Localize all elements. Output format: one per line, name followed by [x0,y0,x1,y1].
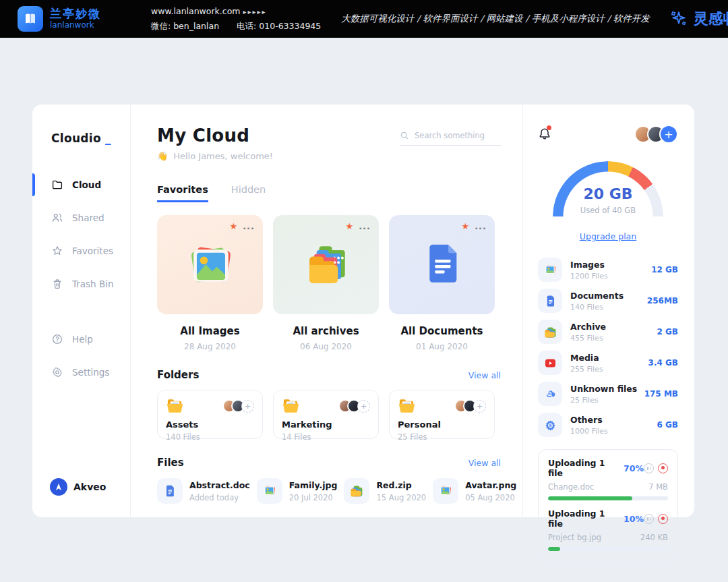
storage-files: 1000 Files [570,427,657,436]
upload-item: Uploading 1 file 70% Change.doc 7 MB [548,458,668,500]
folder-file-count: 25 Files [398,432,486,442]
storage-size: 256MB [647,296,678,305]
card-title: All archives [273,325,379,337]
storage-files: 25 Files [570,396,644,405]
upload-title: Uploading 1 file [548,458,619,478]
folder-file-count: 140 Files [166,432,254,442]
files-view-all-link[interactable]: View all [468,458,501,468]
storage-size: 3.4 GB [648,358,678,368]
search-cloud-icon [538,382,562,406]
pause-upload-icon[interactable] [644,463,654,473]
sidebar-item-favorites[interactable]: Favorites [51,243,130,258]
cancel-upload-icon[interactable] [658,463,668,473]
cancel-upload-icon[interactable] [658,514,668,524]
sidebar-item-trash-bin[interactable]: Trash Bin [51,277,130,291]
image-file-icon [538,258,562,282]
search-icon [400,131,409,140]
file-item-family-jpg[interactable]: Family.jpg 20 Jul 2020 [257,478,338,504]
add-user-button[interactable]: + [659,125,678,144]
trash-icon [51,278,63,290]
star-icon [51,245,63,257]
folders-section-title: Folders [157,369,199,381]
open-folder-icon [398,398,416,414]
folder-card-personal[interactable]: + Personal 25 Files [389,390,495,439]
upload-progress-bar [548,547,668,551]
greeting: 👋 Hello James, welcome! [157,151,273,161]
favorite-star-icon[interactable]: ★ [346,222,354,231]
storage-row-images[interactable]: Images 1200 Files 12 GB [538,254,678,285]
storage-row-archive[interactable]: Archive 455 Files 2 GB [538,316,678,347]
primary-nav: Cloud Shared Favorites Trash Bin [51,177,130,291]
storage-row-others[interactable]: Others 1000 Files 6 GB [538,409,678,440]
sidebar-item-label: Cloud [72,179,101,190]
card-all-archives[interactable]: ★... All archives 06 Aug 2020 [273,215,379,351]
folders-stack-icon [297,236,355,294]
folders-view-all-link[interactable]: View all [468,370,501,380]
storage-gauge: 20 GB Used of 40 GB [553,161,663,218]
document-icon [415,238,469,292]
banner-logo-subtitle: lanlanwork [50,21,101,30]
sidebar-item-settings[interactable]: Settings [51,365,130,380]
pause-upload-icon[interactable] [644,514,654,524]
upload-item: Uploading 1 file 10% Project bg.jpg 240 … [548,508,668,551]
tab-favorites[interactable]: Favorites [157,184,208,202]
file-item-red-zip[interactable]: Red.zip 15 Aug 2020 [344,478,426,504]
sidebar-item-help[interactable]: Help [51,332,130,347]
upload-percent: 70% [624,463,644,473]
open-folder-icon [282,398,300,414]
app-logo-accent: _ [105,132,111,145]
app-logo: Cloudio _ [51,132,130,145]
more-options-icon[interactable]: ... [243,225,255,228]
card-all-images[interactable]: ★... All Images 28 Aug 2020 [157,215,263,351]
storage-panel: + 20 GB Used of 40 GB Upgrade plan Image… [522,105,694,517]
folder-file-count: 14 Files [282,432,370,442]
files-section-title: Files [157,457,184,469]
folder-card-assets[interactable]: + Assets 140 Files [157,390,263,439]
banner-logo-title: 兰亭妙微 [50,7,101,21]
file-name: Avatar.png [465,480,516,490]
banner-brand: 灵感收集 [670,9,728,29]
tab-hidden[interactable]: Hidden [231,184,266,202]
arrows-icon: ▸▸▸▸▸ [243,8,267,16]
akveo-footer[interactable]: Akveo [50,478,106,496]
storage-size: 6 GB [657,420,678,430]
upload-filename: Change.doc [548,482,594,492]
add-member-button[interactable]: + [473,400,486,413]
book-logo-icon [18,6,43,32]
banner-brand-text: 灵感收集 [694,9,728,29]
storage-files: 1200 Files [570,272,651,281]
uploads-card: Uploading 1 file 70% Change.doc 7 MB Upl… [538,449,678,560]
sidebar-item-shared[interactable]: Shared [51,210,130,225]
banner-contact: www.lanlanwork.com ▸▸▸▸▸ 微信: ben_lanlan电… [151,4,321,34]
gear-icon [51,366,63,378]
more-options-icon[interactable]: ... [359,225,371,228]
storage-size: 2 GB [657,327,678,337]
banner-website[interactable]: www.lanlanwork.com [151,6,241,16]
gear-blue-icon [538,413,562,437]
main-content: My Cloud 👋 Hello James, welcome! Favorit… [131,105,522,517]
add-member-button[interactable]: + [241,400,254,413]
media-play-icon [538,351,562,375]
notifications-bell-icon[interactable] [538,126,553,142]
search-input[interactable] [415,131,490,140]
folder-card-marketing[interactable]: + Marketing 14 Files [273,390,379,439]
storage-row-documents[interactable]: Documents 140 Files 256MB [538,285,678,316]
storage-name: Images [570,260,651,270]
card-all-documents[interactable]: ★... All Documents 01 Aug 2020 [389,215,495,351]
file-item-abstract-doc[interactable]: Abstract.doc Added today [157,478,250,504]
sidebar-item-cloud[interactable]: Cloud [51,177,130,192]
favorite-star-icon[interactable]: ★ [230,222,238,231]
upgrade-plan-link[interactable]: Upgrade plan [580,231,636,241]
search-bar[interactable] [400,131,501,146]
more-options-icon[interactable]: ... [475,225,487,228]
file-item-avatar-png[interactable]: Avatar.png 05 Aug 2020 [433,478,516,504]
storage-breakdown: Images 1200 Files 12 GB Documents 140 Fi… [538,254,678,440]
upload-size: 7 MB [648,482,668,492]
storage-row-media[interactable]: Media 255 Files 3.4 GB [538,347,678,378]
favorite-star-icon[interactable]: ★ [462,222,470,231]
open-folder-icon [166,398,184,414]
add-member-button[interactable]: + [357,400,370,413]
card-title: All Images [157,325,263,337]
storage-row-unknown-files[interactable]: Unknown files 25 Files 175 MB [538,378,678,409]
greeting-text: Hello James, welcome! [173,151,273,161]
